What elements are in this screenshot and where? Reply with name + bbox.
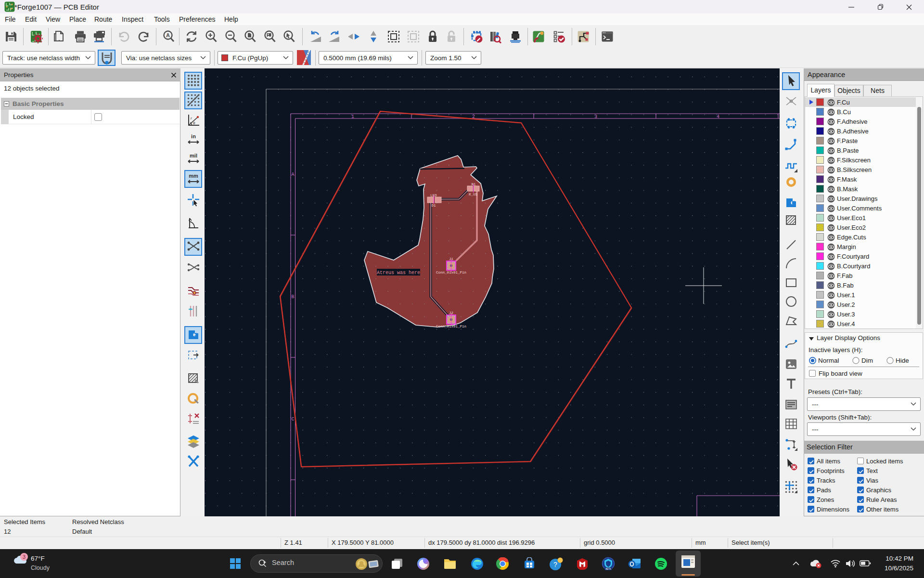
svg-text:in: in — [191, 133, 196, 139]
svg-text:BETA: BETA — [605, 568, 611, 570]
svg-text:B: B — [291, 294, 294, 300]
svg-text:A: A — [291, 172, 294, 177]
svg-text:4: 4 — [717, 114, 719, 119]
svg-text:θ: θ — [193, 121, 195, 125]
svg-text:mm: mm — [189, 173, 198, 179]
svg-text:3: 3 — [23, 554, 26, 560]
svg-text:?: ? — [553, 561, 557, 568]
svg-text:3: 3 — [594, 114, 597, 119]
svg-text:r: r — [191, 116, 192, 120]
svg-text:A: A — [166, 32, 170, 38]
svg-text:C: C — [291, 417, 294, 422]
svg-text:1: 1 — [351, 114, 354, 119]
svg-text:mil: mil — [190, 153, 197, 158]
